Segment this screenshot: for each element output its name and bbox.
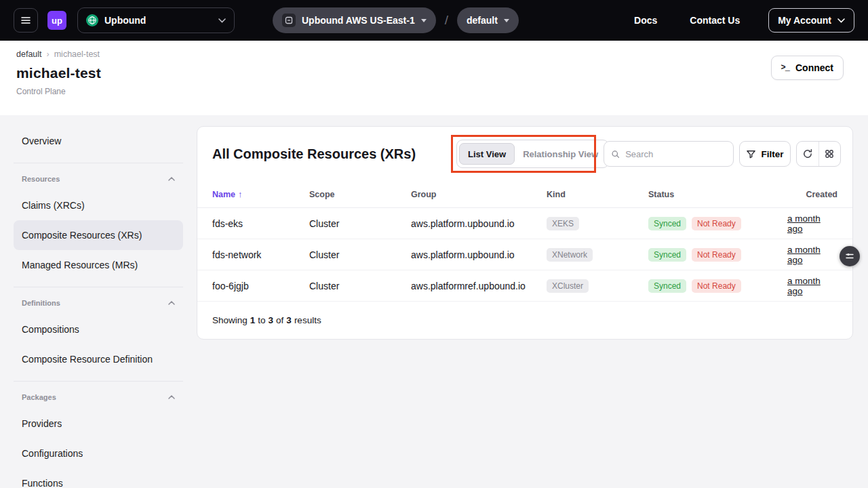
table-actions [796,141,841,167]
cell-created-link[interactable]: a month ago [787,276,837,296]
column-header-group[interactable]: Group [411,190,547,199]
upbound-logo[interactable]: up [47,11,66,30]
sidebar-item-claims[interactable]: Claims (XRCs) [14,190,183,220]
sidebar-section-resources: Resources Claims (XRCs) Composite Resour… [14,163,183,280]
sidebar-item-overview[interactable]: Overview [14,126,183,156]
cell-status: Synced Not Ready [648,248,787,262]
table-row[interactable]: foo-6jgjb Cluster aws.platformref.upboun… [197,270,852,302]
page-subtitle: Control Plane [16,87,852,96]
chevron-up-icon [168,177,175,181]
sidebar-item-compositions[interactable]: Compositions [14,314,183,344]
filter-label: Filter [761,149,783,159]
cell-scope: Cluster [309,249,411,260]
chevron-up-icon [168,395,175,399]
sidebar-section-resources-header[interactable]: Resources [14,167,183,190]
section-label: Definitions [22,299,60,307]
cell-created-link[interactable]: a month ago [787,245,837,265]
name-header-label: Name [212,190,235,199]
table-header-row: Name ↑ Scope Group Kind Status Created [197,181,852,208]
cell-kind: XCluster [547,279,648,293]
filter-icon [746,149,756,159]
page-header: default › michael-test michael-test Cont… [0,41,868,115]
contact-us-link[interactable]: Contact Us [690,15,740,26]
panel-header: All Composite Resources (XRs) List View … [197,127,852,181]
relationship-view-tab[interactable]: Relationship View [515,143,606,165]
cell-status: Synced Not Ready [648,279,787,293]
refresh-button[interactable] [797,142,818,166]
chevron-up-icon [168,301,175,305]
summary-total: 3 [286,315,292,325]
apps-icon [824,148,835,159]
sidebar-item-composite-resource-definition[interactable]: Composite Resource Definition [14,344,183,374]
control-plane-name: Upbound AWS US-East-1 [302,15,415,26]
search-icon [611,149,620,159]
control-plane-icon [282,14,296,27]
caret-down-icon [421,19,427,22]
control-plane-selector[interactable]: Upbound AWS US-East-1 [273,7,436,33]
menu-button[interactable] [14,8,38,33]
summary-text: of [276,315,283,325]
column-header-created[interactable]: Created [806,190,837,199]
results-summary: Showing 1 to 3 of 3 results [197,302,852,339]
cell-created-link[interactable]: a month ago [787,214,837,234]
sidebar-item-managed-resources[interactable]: Managed Resources (MRs) [14,250,183,280]
docs-link[interactable]: Docs [634,15,657,26]
cell-group: aws.platform.upbound.io [411,218,547,229]
globe-icon [86,14,98,26]
cell-group: aws.platform.upbound.io [411,249,547,260]
cell-name[interactable]: fds-network [212,249,309,260]
cell-name[interactable]: foo-6jgjb [212,281,309,291]
summary-text: results [294,315,321,325]
kind-badge: XNetwork [547,248,593,262]
cell-scope: Cluster [309,281,411,291]
group-selector[interactable]: default [457,7,519,33]
column-header-name[interactable]: Name ↑ [212,190,309,199]
synced-badge: Synced [648,217,686,230]
table-row[interactable]: fds-network Cluster aws.platform.upbound… [197,239,852,270]
cell-scope: Cluster [309,218,411,229]
kind-badge: XEKS [547,217,579,230]
breadcrumb: default › michael-test [16,49,852,59]
not-ready-badge: Not Ready [692,217,741,230]
column-header-kind[interactable]: Kind [547,190,648,199]
settings-button[interactable] [818,142,841,166]
cell-group: aws.platformref.upbound.io [411,281,547,291]
list-view-tab[interactable]: List View [459,143,515,165]
sliders-icon [845,251,854,261]
organization-name: Upbound [104,15,146,26]
cell-kind: XNetwork [547,248,648,262]
sidebar-section-definitions-header[interactable]: Definitions [14,291,183,314]
breadcrumb-root[interactable]: default [16,49,42,59]
terminal-icon: >_ [781,63,789,73]
column-header-status[interactable]: Status [648,190,787,199]
search-box [604,141,734,167]
sidebar-section-packages: Packages Providers Configurations Functi… [14,381,183,488]
view-toggle: List View Relationship View [456,140,609,168]
my-account-button[interactable]: My Account [768,8,854,33]
sidebar-item-composite-resources[interactable]: Composite Resources (XRs) [14,220,183,250]
page-title: michael-test [16,65,852,81]
summary-text: to [258,315,265,325]
hamburger-icon [20,15,31,26]
sidebar-item-providers[interactable]: Providers [14,409,183,439]
sidebar-section-packages-header[interactable]: Packages [14,386,183,409]
search-input[interactable] [625,149,726,159]
cell-kind: XEKS [547,217,648,230]
cell-name[interactable]: fds-eks [212,218,309,229]
synced-badge: Synced [648,248,686,262]
summary-from: 1 [250,315,256,325]
connect-button[interactable]: >_ Connect [771,56,844,80]
sidebar-item-configurations[interactable]: Configurations [14,439,183,468]
summary-text: Showing [212,315,248,325]
top-navigation-bar: up Upbound Upbound AWS US-East-1 / defau… [0,0,868,41]
table-row[interactable]: fds-eks Cluster aws.platform.upbound.io … [197,208,852,239]
summary-to: 3 [269,315,274,325]
chevron-down-icon [837,18,845,23]
filter-button[interactable]: Filter [739,141,791,167]
sidebar-item-functions[interactable]: Functions [14,468,183,488]
cell-status: Synced Not Ready [648,217,787,230]
organization-selector[interactable]: Upbound [77,7,235,33]
not-ready-badge: Not Ready [692,248,741,262]
column-header-scope[interactable]: Scope [309,190,411,199]
floating-widget-button[interactable] [840,246,860,266]
